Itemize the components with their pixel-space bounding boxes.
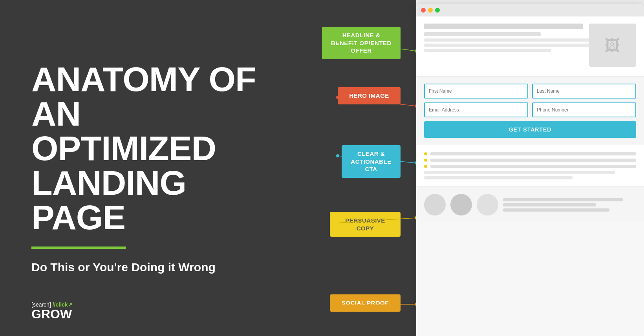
hero-label: HERO IMAGE: [338, 87, 401, 104]
copy-bar-1: [424, 171, 615, 174]
social-avatar-1: [424, 194, 446, 215]
last-name-input[interactable]: [532, 84, 636, 99]
bullet-dot-3: [424, 165, 427, 168]
social-text-bars: [503, 198, 636, 212]
browser-dot-red: [421, 8, 426, 13]
lp-subheadline-bar: [424, 32, 541, 36]
browser-mockup: 🖼: [416, 4, 644, 336]
browser-dot-green: [435, 8, 440, 13]
lp-text-bar-2: [424, 44, 604, 47]
social-bar-3: [503, 208, 609, 212]
main-title: ANATOMY OF AN OPTIMIZED LANDING PAGE: [31, 62, 267, 235]
browser-dot-yellow: [428, 8, 433, 13]
cta-label: CLEAR & ACTIONABLE CTA: [342, 145, 401, 178]
subtitle: Do This or You're Doing it Wrong: [31, 261, 267, 274]
social-bar-2: [503, 203, 596, 206]
social-bar-1: [503, 198, 623, 201]
lp-text-bar-3: [424, 49, 551, 52]
first-name-input[interactable]: [424, 84, 528, 99]
logo-area: [search] //click↗ GROW: [31, 301, 73, 320]
bullet-text-1: [430, 152, 636, 155]
lp-form-row-1: [424, 84, 636, 99]
bullet-text-2: [430, 159, 636, 162]
lp-bullet-3: [424, 165, 636, 168]
lp-form-section: GET STARTED: [416, 77, 644, 145]
page-wrapper: ANATOMY OF AN OPTIMIZED LANDING PAGE Do …: [0, 0, 644, 336]
title-line2: AN OPTIMIZED: [31, 94, 216, 168]
social-avatar-2: [450, 194, 472, 215]
lp-hero-image: 🖼: [589, 24, 636, 67]
logo-grow: GROW: [31, 308, 73, 320]
title-line1: ANATOMY OF: [31, 60, 256, 99]
browser-titlebar: [416, 4, 644, 16]
get-started-button[interactable]: GET STARTED: [424, 121, 636, 138]
green-divider: [31, 247, 126, 249]
lp-headline-bar: [424, 24, 583, 29]
lp-social-section: [416, 187, 644, 223]
phone-input[interactable]: [532, 102, 636, 117]
social-avatar-3: [477, 194, 498, 215]
headline-label: HEADLINE & BENEFIT ORIENTED OFFER: [322, 27, 401, 59]
lp-headline-section: 🖼: [416, 16, 644, 77]
light-section: 🖼: [416, 0, 644, 336]
dark-section: ANATOMY OF AN OPTIMIZED LANDING PAGE Do …: [0, 0, 416, 336]
lp-text-bar-1: [424, 38, 604, 42]
lp-bullet-2: [424, 159, 636, 162]
lp-bullet-1: [424, 152, 636, 155]
lp-copy-section: [416, 145, 644, 187]
copy-bar-2: [424, 176, 573, 179]
title-line3: LANDING PAGE: [31, 163, 186, 237]
labels-container: HEADLINE & BENEFIT ORIENTED OFFER HERO I…: [298, 0, 416, 336]
lp-hero-icon: 🖼: [605, 37, 620, 54]
browser-content: 🖼: [416, 16, 644, 336]
bullet-dot-1: [424, 152, 427, 155]
bullet-dot-2: [424, 159, 427, 162]
title-container: ANATOMY OF AN OPTIMIZED LANDING PAGE Do …: [0, 0, 298, 336]
social-proof-label: SOCIAL PROOF: [330, 294, 401, 312]
lp-form-row-2: [424, 102, 636, 117]
persuasive-label: PERSUASIVE COPY: [330, 212, 401, 237]
email-input[interactable]: [424, 102, 528, 117]
bullet-text-3: [430, 165, 636, 168]
